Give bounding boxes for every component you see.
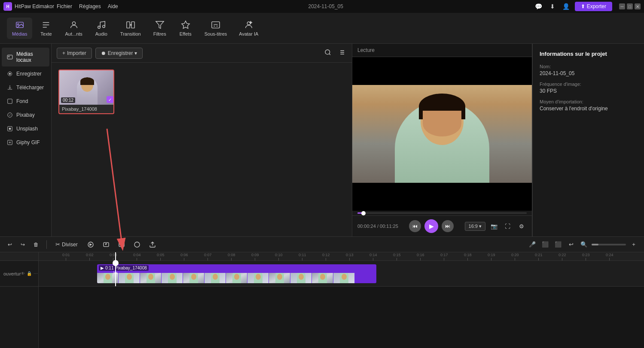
sidebar-item-unsplash[interactable]: Unsplash xyxy=(2,122,49,135)
svg-rect-7 xyxy=(212,21,220,28)
fullscreen-button[interactable]: ⛶ xyxy=(503,221,513,231)
media-thumbnail: 00:12 ✓ xyxy=(59,70,114,105)
sidebar-item-enregistrer[interactable]: Enregistrer xyxy=(2,67,49,80)
toolbar-transition[interactable]: Transition xyxy=(115,18,146,39)
svg-rect-6 xyxy=(131,21,134,28)
import-button[interactable]: + Importer xyxy=(57,48,92,59)
user-icon[interactable]: 👤 xyxy=(561,1,571,12)
undo-button[interactable]: ↩ xyxy=(5,240,15,249)
zoom-slider[interactable] xyxy=(592,244,626,245)
info-panel: Informations sur le projet Nom: 2024-11-… xyxy=(532,44,644,236)
record-icon: ⏺ xyxy=(101,50,106,56)
progress-bar[interactable] xyxy=(357,212,527,214)
list-view-button[interactable] xyxy=(336,47,347,59)
preview-settings-button[interactable]: ⚙ xyxy=(516,221,527,231)
scissors-icon: ✂ xyxy=(55,241,60,248)
export-clip-button[interactable] xyxy=(147,239,159,250)
track-icons: 👁 🔒 ⋯ xyxy=(21,271,38,276)
toolbar-filtres[interactable]: Filtres xyxy=(148,18,172,39)
toolbar-audio[interactable]: Audio xyxy=(89,18,113,39)
redo-button[interactable]: ↪ xyxy=(18,240,27,249)
export-button[interactable]: ⬆ Exporter xyxy=(575,2,612,11)
media-item-pixabay[interactable]: 00:12 ✓ Pixabay_174008 xyxy=(58,70,114,114)
minimize-button[interactable]: ─ xyxy=(619,3,625,9)
next-frame-button[interactable]: ⏭ xyxy=(442,220,454,232)
svg-point-4 xyxy=(103,25,105,27)
sidebar-item-medias-locaux[interactable]: Médias locaux xyxy=(2,48,49,67)
track-more-icon[interactable]: ⋯ xyxy=(34,271,38,276)
screenshot-button[interactable]: 📷 xyxy=(489,221,499,231)
preview-panel: Lecture 00 xyxy=(352,44,532,236)
titlebar: H HitPaw Edimakor Fichier Réglages Aide … xyxy=(0,0,644,13)
video-clip[interactable]: ▶ 0:11 Pixabay_174008 xyxy=(97,264,376,283)
media-duration: 00:12 xyxy=(61,97,75,103)
preview-ratio: 16:9 ▾ 📷 ⛶ ⚙ xyxy=(465,221,527,231)
aspect-ratio-button[interactable]: 16:9 ▾ xyxy=(465,222,485,231)
menu-bar: Fichier Réglages Aide xyxy=(57,3,118,9)
playhead-handle[interactable] xyxy=(113,260,119,266)
svg-rect-13 xyxy=(8,99,12,104)
svg-point-3 xyxy=(98,26,101,28)
diviser-button[interactable]: ✂ Diviser xyxy=(52,239,81,249)
svg-point-10 xyxy=(9,56,9,57)
timeline-scroll[interactable]: // Render ruler ticks const ruler = docu… xyxy=(39,252,644,348)
toolbar-texte[interactable]: Texte xyxy=(34,18,58,39)
search-button[interactable] xyxy=(323,47,333,59)
text-box-button[interactable] xyxy=(100,239,112,250)
delete-button[interactable]: 🗑 xyxy=(31,240,41,249)
frame-9 xyxy=(269,273,290,283)
mic-button[interactable]: 🎤 xyxy=(527,239,537,250)
sidebar-item-pixabay[interactable]: Pixabay xyxy=(2,109,49,121)
progress-thumb xyxy=(361,211,366,215)
info-moyen-label: Moyen d'importation: xyxy=(540,99,637,104)
track-lock-icon[interactable]: 🔒 xyxy=(27,271,32,276)
zoom-out-button[interactable]: 🔍 xyxy=(579,239,589,250)
frame-3 xyxy=(140,273,162,283)
separator xyxy=(46,240,47,249)
info-frequence-value: 30 FPS xyxy=(540,88,637,94)
menu-reglages[interactable]: Réglages xyxy=(79,3,101,9)
bottom-area: ↩ ↪ 🗑 ✂ Diviser 🎤 ⬛ ⬛ ↩ 🔍 xyxy=(0,236,644,348)
menu-fichier[interactable]: Fichier xyxy=(57,3,72,9)
svg-rect-5 xyxy=(127,21,130,28)
timeline-area: ouvertur 👁 🔒 ⋯ // Render ruler ticks con… xyxy=(0,252,644,348)
play-button[interactable]: ▶ xyxy=(424,219,438,233)
prev-frame-button[interactable]: ⏮ xyxy=(409,220,421,232)
toolbar-autnt[interactable]: Aut...nts xyxy=(60,18,87,39)
toolbar-sous-titres[interactable]: Sous-titres xyxy=(199,18,232,39)
playhead[interactable]: ✂ xyxy=(115,261,116,286)
animation-button[interactable] xyxy=(131,239,143,250)
toolbar-avatar-ia[interactable]: Avatar IA xyxy=(234,18,263,39)
svg-point-1 xyxy=(17,24,19,25)
track-label-video: ouvertur 👁 🔒 ⋯ xyxy=(0,261,38,287)
track-link-button[interactable]: ⬛ xyxy=(540,239,550,250)
toolbar-medias[interactable]: Médias xyxy=(7,18,32,39)
track-eye-icon[interactable]: 👁 xyxy=(21,271,25,276)
info-title: Informations sur le projet xyxy=(540,51,637,57)
record-button[interactable]: ⏺ Enregistrer ▾ xyxy=(95,48,143,59)
sidebar-item-telecharger[interactable]: Télécharger xyxy=(2,81,49,94)
maximize-button[interactable]: □ xyxy=(627,3,633,9)
mark-in-button[interactable] xyxy=(85,239,97,250)
preview-buttons: 00:00:24 / 00:11:25 ⏮ ▶ ⏭ 16:9 ▾ 📷 ⛶ xyxy=(357,219,527,233)
chat-icon[interactable]: 💬 xyxy=(534,1,544,12)
export-icon: ⬆ xyxy=(581,3,585,9)
sidebar-item-giphy-gif[interactable]: Giphy GIF xyxy=(2,136,49,149)
svg-point-12 xyxy=(9,73,11,75)
track-split-button[interactable]: ⬛ xyxy=(553,239,563,250)
zoom-in-button[interactable]: + xyxy=(629,239,639,250)
app-logo: H xyxy=(3,2,12,11)
record-dropdown-icon: ▾ xyxy=(134,50,137,56)
toolbar-effets[interactable]: Effets xyxy=(174,18,198,39)
close-button[interactable]: ✕ xyxy=(635,3,641,9)
frame-5 xyxy=(183,273,204,283)
frame-7 xyxy=(226,273,247,283)
caption-button[interactable] xyxy=(116,239,128,250)
window-controls: ─ □ ✕ xyxy=(619,3,641,9)
menu-aide[interactable]: Aide xyxy=(108,3,118,9)
preview-video xyxy=(352,57,532,211)
download-icon[interactable]: ⬇ xyxy=(547,1,558,12)
sidebar-item-fond[interactable]: Fond xyxy=(2,95,49,108)
svg-point-21 xyxy=(134,242,140,247)
track-add-button[interactable]: ↩ xyxy=(566,239,576,250)
